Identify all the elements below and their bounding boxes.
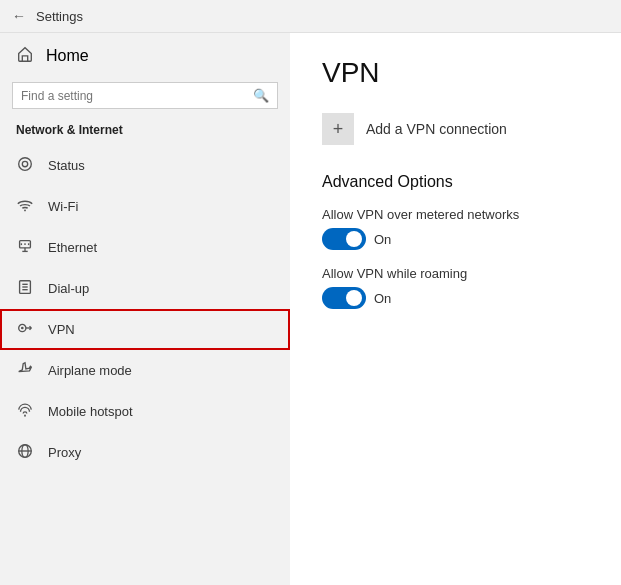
toggle-roaming-value: On	[374, 291, 391, 306]
toggle-roaming-row: Allow VPN while roaming On	[322, 266, 589, 309]
sidebar-item-label: Wi-Fi	[48, 199, 78, 214]
sidebar-item-airplane[interactable]: Airplane mode	[0, 350, 290, 391]
toggle-roaming-label: Allow VPN while roaming	[322, 266, 589, 281]
toggle-track	[322, 228, 366, 250]
sidebar-item-home[interactable]: Home	[0, 33, 290, 78]
sidebar-item-label: Ethernet	[48, 240, 97, 255]
proxy-icon	[16, 442, 34, 463]
add-vpn-label: Add a VPN connection	[366, 121, 507, 137]
main-layout: Home 🔍 Network & Internet Status	[0, 33, 621, 585]
status-icon	[16, 155, 34, 176]
sidebar-item-label: Mobile hotspot	[48, 404, 133, 419]
sidebar-item-ethernet[interactable]: Ethernet	[0, 227, 290, 268]
vpn-icon	[16, 319, 34, 340]
sidebar-item-wifi[interactable]: Wi-Fi	[0, 186, 290, 227]
search-input[interactable]	[21, 89, 247, 103]
sidebar-item-label: VPN	[48, 322, 75, 337]
toggle-roaming-control: On	[322, 287, 589, 309]
search-icon: 🔍	[253, 88, 269, 103]
sidebar-section-title: Network & Internet	[0, 119, 290, 145]
window-title: Settings	[36, 9, 83, 24]
add-vpn-button[interactable]: + Add a VPN connection	[322, 113, 589, 145]
wifi-icon	[16, 196, 34, 217]
sidebar-item-label: Dial-up	[48, 281, 89, 296]
advanced-options-title: Advanced Options	[322, 173, 589, 191]
toggle-metered-label: Allow VPN over metered networks	[322, 207, 589, 222]
sidebar-item-label: Status	[48, 158, 85, 173]
sidebar-item-status[interactable]: Status	[0, 145, 290, 186]
sidebar-item-label: Proxy	[48, 445, 81, 460]
toggle-metered-control: On	[322, 228, 589, 250]
toggle-metered-row: Allow VPN over metered networks On	[322, 207, 589, 250]
sidebar: Home 🔍 Network & Internet Status	[0, 33, 290, 585]
title-bar: ← Settings	[0, 0, 621, 33]
toggle-thumb	[346, 290, 362, 306]
page-title: VPN	[322, 57, 589, 89]
sidebar-item-dialup[interactable]: Dial-up	[0, 268, 290, 309]
add-vpn-plus-icon: +	[322, 113, 354, 145]
toggle-metered-value: On	[374, 232, 391, 247]
dialup-icon	[16, 278, 34, 299]
search-box[interactable]: 🔍	[12, 82, 278, 109]
toggle-roaming-switch[interactable]	[322, 287, 366, 309]
svg-point-2	[24, 210, 26, 212]
hotspot-icon	[16, 401, 34, 422]
svg-point-14	[21, 327, 24, 330]
toggle-thumb	[346, 231, 362, 247]
sidebar-item-vpn[interactable]: VPN	[0, 309, 290, 350]
airplane-icon	[16, 360, 34, 381]
sidebar-item-label: Airplane mode	[48, 363, 132, 378]
back-button[interactable]: ←	[12, 8, 26, 24]
sidebar-item-proxy[interactable]: Proxy	[0, 432, 290, 473]
content-area: VPN + Add a VPN connection Advanced Opti…	[290, 33, 621, 585]
home-icon	[16, 45, 34, 66]
sidebar-item-hotspot[interactable]: Mobile hotspot	[0, 391, 290, 432]
home-label: Home	[46, 47, 89, 65]
toggle-metered-switch[interactable]	[322, 228, 366, 250]
ethernet-icon	[16, 237, 34, 258]
toggle-track	[322, 287, 366, 309]
svg-point-1	[22, 161, 27, 166]
svg-point-0	[19, 158, 32, 171]
